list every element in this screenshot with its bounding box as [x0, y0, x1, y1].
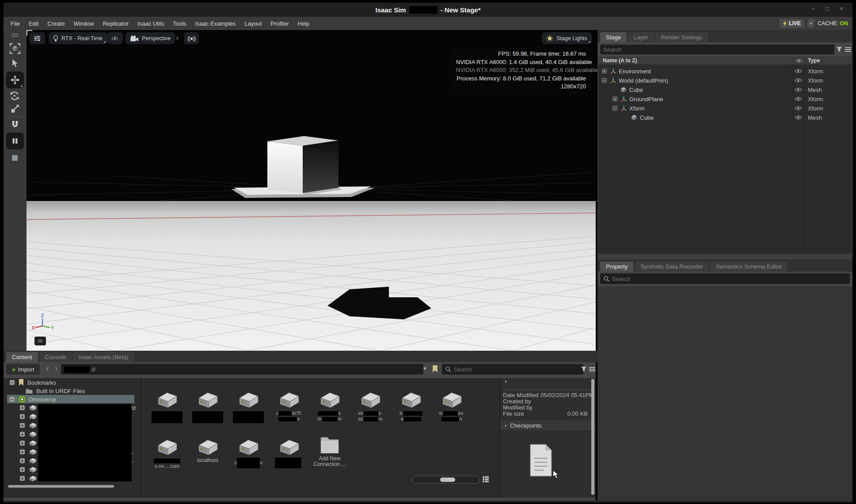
expand-icon[interactable]: +: [20, 459, 25, 463]
slider-handle[interactable]: [440, 477, 455, 482]
toolbar-flag-chevron-icon[interactable]: ›: [176, 33, 179, 42]
live-sync-button[interactable]: LIVE: [780, 19, 804, 28]
scale-tool-icon[interactable]: [11, 104, 19, 113]
snap-magnet-icon[interactable]: [11, 120, 19, 129]
expand-icon[interactable]: +: [20, 467, 25, 472]
tab-semantics-schema-editor[interactable]: Semantics Schema Editor: [710, 261, 788, 272]
details-collapse-icon[interactable]: ▾: [505, 379, 507, 384]
menu-edit[interactable]: Edit: [24, 17, 43, 30]
bookmark-icon[interactable]: [432, 365, 438, 373]
visibility-eye-icon[interactable]: [795, 115, 802, 120]
table-row[interactable]: Cube Mesh: [598, 113, 852, 122]
stage-options-icon[interactable]: [845, 47, 851, 52]
live-dropdown-button[interactable]: ▾: [807, 19, 814, 28]
details-scrollbar[interactable]: [591, 379, 594, 495]
tab-isaac-assets[interactable]: Isaac Assets (Beta): [73, 352, 134, 362]
path-input[interactable]: ://: [61, 364, 423, 375]
grid-view-icon[interactable]: [483, 476, 489, 482]
menu-window[interactable]: Window: [69, 17, 98, 30]
tab-property[interactable]: Property: [600, 261, 633, 272]
collapse-icon[interactable]: −: [10, 380, 15, 385]
unit-chip[interactable]: m: [34, 337, 46, 345]
tab-content[interactable]: Content: [6, 352, 38, 362]
thumbnail-size-slider[interactable]: [412, 476, 479, 484]
camera-selector[interactable]: Perspective: [126, 32, 175, 44]
visibility-eye-icon[interactable]: [795, 87, 802, 92]
nav-forward-icon[interactable]: ›: [55, 363, 58, 373]
path-dropdown-icon[interactable]: ▼: [422, 366, 427, 371]
content-search-input[interactable]: Search: [442, 364, 583, 375]
table-row[interactable]: − Xform Xform: [598, 103, 852, 113]
import-button[interactable]: + Import: [6, 364, 40, 375]
grid-item-server[interactable]: isov. n: [432, 391, 471, 421]
expand-icon[interactable]: +: [20, 423, 25, 428]
menu-create[interactable]: Create: [43, 17, 69, 30]
expand-icon[interactable]: +: [20, 476, 25, 481]
rotate-tool-icon[interactable]: [10, 91, 19, 101]
grid-item-server[interactable]: v. mm: [310, 391, 349, 421]
expand-icon[interactable]: +: [613, 96, 617, 101]
menu-layout[interactable]: Layout: [240, 17, 266, 30]
checkpoint-file-icon[interactable]: [528, 443, 554, 477]
stop-icon[interactable]: [11, 155, 18, 161]
viewport-visibility-button[interactable]: [107, 32, 123, 44]
expand-icon[interactable]: +: [20, 432, 25, 437]
stage-search-input[interactable]: Search: [600, 45, 834, 54]
tree-item-bookmarks[interactable]: − Bookmarks: [4, 378, 136, 387]
table-row[interactable]: − World (defaultPrim) Xform: [598, 76, 852, 85]
tab-console[interactable]: Console: [39, 352, 72, 362]
pause-button[interactable]: [6, 133, 24, 149]
frame-selection-icon[interactable]: [10, 43, 20, 54]
collapse-icon[interactable]: −: [613, 106, 617, 110]
tree-horizontal-scrollbar[interactable]: [8, 485, 114, 488]
table-row[interactable]: + Environment Xform: [598, 66, 852, 76]
broadcast-button[interactable]: ((●)): [184, 32, 199, 44]
stage-lights-button[interactable]: Stage Lights: [542, 32, 592, 44]
visibility-eye-icon[interactable]: [795, 96, 802, 102]
content-options-icon[interactable]: [589, 367, 595, 372]
expand-icon[interactable]: +: [20, 414, 25, 419]
grid-item-server[interactable]: .: [270, 438, 308, 468]
close-button[interactable]: ×: [837, 5, 846, 12]
grid-item-server[interactable]: [148, 391, 186, 423]
checkpoints-section-header[interactable]: ▾ Checkpoints: [500, 421, 595, 430]
content-filter-icon[interactable]: [581, 366, 587, 372]
stage-filter-icon[interactable]: [836, 46, 842, 52]
grid-item-server[interactable]: ic a: [392, 391, 430, 421]
tab-render-settings[interactable]: Render Settings: [655, 32, 708, 42]
property-search-input[interactable]: Search: [600, 273, 850, 284]
stage-column-header[interactable]: Name (A to Z) Type: [598, 57, 852, 64]
table-row[interactable]: + GroundPlane Xform: [598, 94, 852, 103]
grid-item-server[interactable]: [188, 391, 227, 423]
menu-replicator[interactable]: Replicator: [99, 17, 133, 30]
grid-item-server[interactable]: cv: [229, 438, 268, 468]
expand-icon[interactable]: +: [20, 441, 25, 446]
collapse-icon[interactable]: −: [602, 78, 607, 83]
tree-item-omniverse[interactable]: − Omniverse: [4, 395, 136, 404]
move-tool-button[interactable]: [6, 72, 24, 88]
tree-item-urdf[interactable]: Built In URDF Files: [4, 387, 136, 395]
visibility-eye-icon[interactable]: [795, 68, 802, 74]
minimize-button[interactable]: –: [808, 5, 818, 12]
tab-stage[interactable]: Stage: [600, 32, 627, 42]
grid-item-server[interactable]: s.ov.....com: [148, 438, 186, 469]
expand-icon[interactable]: +: [20, 450, 25, 455]
renderer-selector[interactable]: RTX - Real-Time: [49, 32, 107, 44]
menu-file[interactable]: File: [6, 17, 24, 30]
grid-item-add-connection[interactable]: Add New Connection ...: [310, 435, 349, 467]
tab-layer[interactable]: Layer: [628, 32, 654, 42]
expand-icon[interactable]: +: [20, 405, 25, 410]
expand-icon[interactable]: +: [602, 68, 607, 73]
menu-isaac-examples[interactable]: Isaac Examples: [191, 17, 240, 30]
tab-synthetic-data-recorder[interactable]: Synthetic Data Recorder: [635, 261, 709, 272]
viewport-settings-button[interactable]: [29, 32, 45, 44]
grid-item-localhost[interactable]: localhost: [188, 438, 227, 463]
viewport[interactable]: RTX - Real-Time Perspective › ((●)) Stag…: [27, 30, 596, 351]
grid-item-server[interactable]: iotx- azm: [351, 391, 390, 421]
visibility-eye-icon[interactable]: [795, 78, 802, 83]
menu-isaac-utils[interactable]: Isaac Utils: [133, 17, 168, 30]
menu-help[interactable]: Help: [293, 17, 314, 30]
menu-profiler[interactable]: Profiler: [266, 17, 293, 30]
nav-back-icon[interactable]: ‹: [46, 363, 49, 373]
visibility-eye-icon[interactable]: [795, 106, 802, 111]
